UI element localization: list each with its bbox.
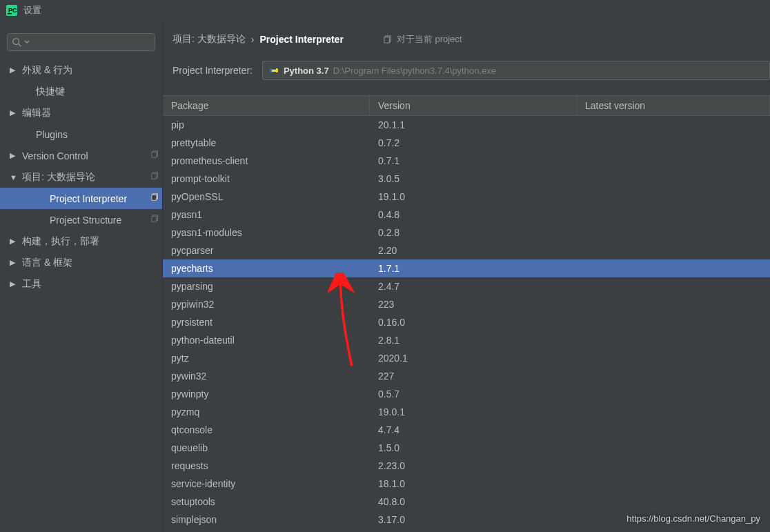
expand-arrow-icon: ▼ [10, 173, 17, 181]
sidebar-item-label: 外观 & 行为 [22, 64, 162, 77]
copy-icon [148, 193, 162, 204]
copy-icon [384, 35, 393, 44]
sidebar-item[interactable]: ▶编辑器 [0, 102, 162, 124]
svg-rect-12 [152, 217, 157, 222]
table-row[interactable]: pyecharts1.7.1 [163, 259, 770, 277]
svg-point-3 [13, 39, 19, 45]
sidebar-item-label: Project Interpreter [50, 193, 148, 204]
breadcrumb-root[interactable]: 项目: 大数据导论 [172, 33, 246, 46]
table-row[interactable]: pyOpenSSL19.1.0 [163, 188, 770, 206]
cell-version: 0.4.8 [370, 209, 577, 220]
sidebar-item[interactable]: ▶工具 [0, 273, 162, 295]
table-row[interactable]: pyasn1-modules0.2.8 [163, 224, 770, 242]
cell-version: 3.17.0 [370, 514, 577, 525]
table-row[interactable]: simplejson3.17.0 [163, 511, 770, 529]
cell-package: prettytable [163, 137, 370, 148]
table-row[interactable]: pycparser2.20 [163, 242, 770, 259]
expand-arrow-icon: ▶ [10, 279, 17, 288]
sidebar-item[interactable]: ▶外观 & 行为 [0, 59, 162, 81]
sidebar-item[interactable]: ▶语言 & 框架 [0, 252, 162, 273]
cell-version: 1.5.0 [370, 442, 577, 453]
table-row[interactable]: service-identity18.1.0 [163, 475, 770, 493]
breadcrumb: 项目: 大数据导论 › Project Interpreter [172, 33, 344, 46]
sidebar-search-input[interactable] [7, 33, 155, 51]
table-row[interactable]: pyrsistent0.16.0 [163, 313, 770, 331]
table-row[interactable]: prettytable0.7.2 [163, 134, 770, 152]
search-icon [12, 37, 21, 47]
cell-package: pyasn1-modules [163, 227, 370, 238]
svg-rect-14 [384, 37, 389, 42]
cell-package: simplejson [163, 514, 370, 525]
sidebar-item-label: 构建，执行，部署 [22, 235, 162, 248]
cell-package: pywinpty [163, 388, 370, 400]
cell-version: 18.1.0 [370, 478, 577, 489]
cell-package: pyecharts [163, 263, 370, 274]
table-row[interactable]: qtconsole4.7.4 [163, 421, 770, 439]
table-row[interactable]: requests2.23.0 [163, 457, 770, 475]
table-row[interactable]: prompt-toolkit3.0.5 [163, 170, 770, 188]
cell-version: 4.7.4 [370, 424, 577, 435]
interpreter-path: D:\Program Files\python3.7.4\python.exe [333, 66, 496, 76]
copy-icon [148, 150, 162, 161]
table-row[interactable]: pywin32227 [163, 367, 770, 385]
cell-version: 0.5.7 [370, 388, 577, 400]
svg-text:PC: PC [8, 7, 17, 14]
cell-version: 0.7.2 [370, 137, 577, 148]
cell-package: pyparsing [163, 281, 370, 292]
header-latest[interactable]: Latest version [577, 96, 770, 115]
sidebar-item[interactable]: Project Interpreter [0, 188, 162, 209]
python-icon [268, 65, 279, 76]
table-row[interactable]: queuelib1.5.0 [163, 439, 770, 457]
table-row[interactable]: pywinpty0.5.7 [163, 385, 770, 403]
table-row[interactable]: pypiwin32223 [163, 295, 770, 313]
sidebar-item-label: Plugins [36, 129, 162, 140]
sidebar-item[interactable]: Project Structure [0, 209, 162, 230]
copy-icon [148, 172, 162, 182]
interpreter-label: Project Interpreter: [172, 65, 253, 76]
cell-version: 19.1.0 [370, 191, 577, 202]
cell-package: qtconsole [163, 424, 370, 435]
table-row[interactable]: pytz2020.1 [163, 349, 770, 367]
svg-rect-6 [152, 152, 157, 158]
cell-package: pyzmq [163, 406, 370, 417]
table-row[interactable]: pyzmq19.0.1 [163, 403, 770, 421]
cell-package: pytz [163, 353, 370, 364]
sidebar-item[interactable]: 快捷键 [0, 81, 162, 102]
table-row[interactable]: pyasn10.4.8 [163, 206, 770, 224]
table-row[interactable]: pyparsing2.4.7 [163, 277, 770, 295]
cell-package: pyrsistent [163, 317, 370, 328]
sidebar-item[interactable]: ▶构建，执行，部署 [0, 230, 162, 252]
sidebar-item-label: Version Control [22, 150, 148, 161]
sidebar-item[interactable]: Plugins [0, 124, 162, 145]
sidebar-item-label: 项目: 大数据导论 [22, 171, 148, 184]
titlebar: PC 设置 [0, 0, 770, 21]
breadcrumb-separator: › [251, 34, 255, 45]
cell-version: 0.7.1 [370, 155, 577, 166]
cell-package: python-dateutil [163, 335, 370, 346]
interpreter-name: Python 3.7 [284, 66, 329, 76]
sidebar-item-label: 工具 [22, 278, 162, 290]
table-row[interactable]: python-dateutil2.8.1 [163, 331, 770, 349]
cell-version: 0.16.0 [370, 317, 577, 328]
breadcrumb-current: Project Interpreter [259, 34, 343, 45]
settings-content: 项目: 大数据导论 › Project Interpreter 对于当前 pro… [163, 21, 770, 532]
svg-rect-8 [152, 174, 157, 179]
cell-package: pywin32 [163, 371, 370, 382]
header-package[interactable]: Package [163, 96, 370, 115]
table-row[interactable]: setuptools40.8.0 [163, 493, 770, 511]
context-hint: 对于当前 project [384, 33, 462, 46]
cell-package: pycparser [163, 245, 370, 256]
header-version[interactable]: Version [370, 96, 577, 115]
sidebar-item[interactable]: ▶Version Control [0, 145, 162, 166]
cell-package: prometheus-client [163, 155, 370, 166]
cell-version: 2020.1 [370, 353, 577, 364]
cell-package: pypiwin32 [163, 299, 370, 310]
sidebar-item-label: Project Structure [50, 215, 148, 226]
sidebar-item[interactable]: ▼项目: 大数据导论 [0, 166, 162, 188]
interpreter-select[interactable]: Python 3.7 D:\Program Files\python3.7.4\… [262, 61, 770, 80]
cell-version: 2.8.1 [370, 335, 577, 346]
table-row[interactable]: prometheus-client0.7.1 [163, 152, 770, 170]
table-row[interactable]: pip20.1.1 [163, 116, 770, 134]
cell-package: queuelib [163, 442, 370, 453]
sidebar-item-label: 编辑器 [22, 107, 162, 119]
